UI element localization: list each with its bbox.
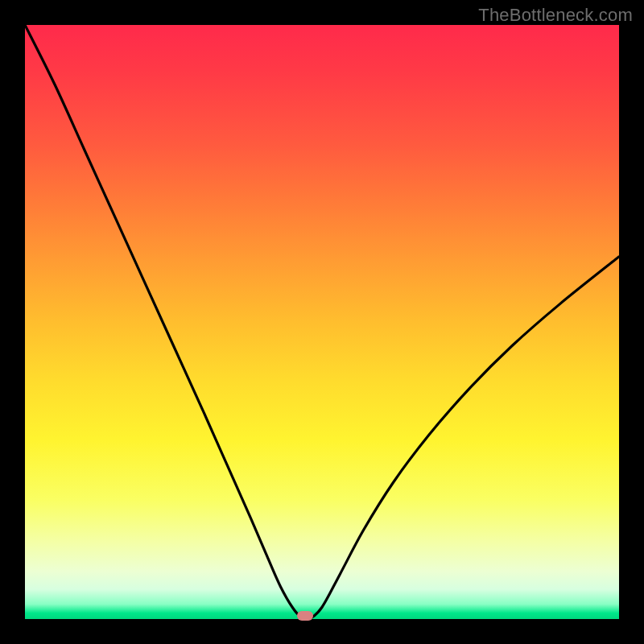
curve-layer bbox=[25, 25, 619, 619]
watermark-text: TheBottleneck.com bbox=[478, 5, 633, 26]
bottleneck-curve bbox=[25, 25, 619, 619]
plot-area bbox=[25, 25, 619, 619]
trough-marker bbox=[297, 611, 313, 621]
chart-frame: TheBottleneck.com bbox=[0, 0, 644, 644]
